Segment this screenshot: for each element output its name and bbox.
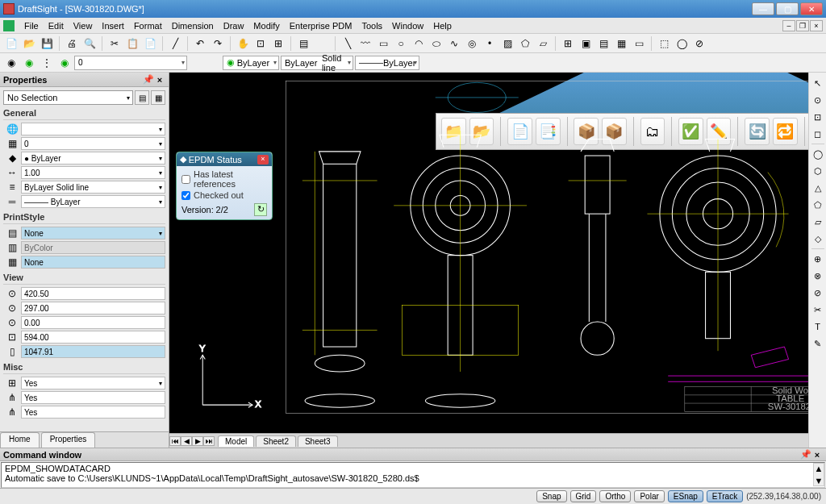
- prop-value[interactable]: 1.00: [21, 166, 165, 179]
- sheet-tab-sheet3[interactable]: Sheet3: [298, 435, 338, 447]
- draw-hatch-icon[interactable]: ▨: [499, 35, 515, 52]
- linetype-select[interactable]: ByLayer Solid line: [281, 56, 353, 70]
- status-grid[interactable]: Grid: [570, 490, 597, 502]
- prop-value[interactable]: 1047.91: [21, 345, 165, 358]
- mdi-restore[interactable]: ❐: [796, 20, 809, 31]
- maximize-button[interactable]: ▢: [776, 2, 799, 15]
- status-snap[interactable]: Snap: [536, 490, 566, 502]
- drawing-canvas[interactable]: 📁📂📄📑📦📦🗂✅✏️🔄🔁✖📋✖📋 ◆ EPDM Status× Has late…: [169, 73, 826, 433]
- right-tool-2[interactable]: ⊡: [811, 110, 825, 124]
- menu-modify[interactable]: Modify: [248, 19, 284, 32]
- redo-button[interactable]: ↷: [210, 35, 226, 52]
- right-tool-10[interactable]: ⊕: [811, 252, 825, 266]
- prop-value[interactable]: Yes: [21, 377, 165, 389]
- pin-icon[interactable]: 📌: [143, 74, 154, 85]
- draw-polyline-icon[interactable]: 〰: [357, 35, 373, 52]
- right-tool-6[interactable]: △: [811, 181, 825, 195]
- prop-value[interactable]: [21, 123, 165, 135]
- select-rect-icon[interactable]: ⬚: [656, 35, 672, 52]
- cut-button[interactable]: ✂: [106, 35, 123, 52]
- menu-help[interactable]: Help: [428, 19, 457, 32]
- epdm-status-close-icon[interactable]: ×: [257, 155, 269, 165]
- sheet-last-icon[interactable]: ⏭: [203, 436, 215, 446]
- draw-region-icon[interactable]: ▱: [535, 35, 551, 52]
- block-edit-icon[interactable]: ▤: [595, 35, 611, 52]
- prop-value[interactable]: Yes: [21, 406, 165, 419]
- quickselect-icon[interactable]: ▤: [135, 90, 149, 105]
- menu-view[interactable]: View: [69, 19, 98, 32]
- right-tool-5[interactable]: ⬡: [811, 164, 825, 178]
- right-tool-9[interactable]: ◇: [811, 231, 825, 246]
- right-tool-8[interactable]: ▱: [811, 215, 825, 229]
- right-tool-7[interactable]: ⬠: [811, 198, 825, 212]
- save-button[interactable]: 💾: [39, 35, 55, 52]
- paste-button[interactable]: 📄: [142, 35, 158, 52]
- draw-circle-icon[interactable]: ○: [393, 35, 409, 52]
- color-select[interactable]: ◉ ByLayer: [223, 56, 279, 70]
- layer-prev-icon[interactable]: ◉: [21, 55, 37, 71]
- status-esnap[interactable]: ESnap: [668, 490, 703, 502]
- layer-select[interactable]: 0: [74, 56, 187, 70]
- prop-value[interactable]: 0.00: [21, 316, 165, 329]
- table-icon[interactable]: ▦: [613, 35, 629, 52]
- prop-value[interactable]: 420.50: [21, 287, 165, 300]
- prop-value[interactable]: ● ByLayer: [21, 152, 165, 165]
- menu-tools[interactable]: Tools: [357, 19, 387, 32]
- draw-ellipse-icon[interactable]: ⬭: [428, 35, 444, 52]
- prop-value[interactable]: ——— ByLayer: [21, 195, 165, 208]
- draw-spline-icon[interactable]: ∿: [446, 35, 462, 52]
- tab-properties[interactable]: Properties: [41, 432, 96, 448]
- menu-window[interactable]: Window: [387, 19, 428, 32]
- menu-format[interactable]: Format: [129, 19, 167, 32]
- sheet-prev-icon[interactable]: ◀: [181, 436, 192, 446]
- panel-close-icon[interactable]: ×: [154, 75, 165, 85]
- cmd-scroll-up-icon[interactable]: ▲: [815, 464, 824, 473]
- prop-value[interactable]: 594.00: [21, 331, 165, 344]
- prop-value[interactable]: None: [21, 256, 165, 269]
- selection-dropdown[interactable]: No Selection: [3, 90, 133, 105]
- note-icon[interactable]: ▭: [631, 35, 647, 52]
- draw-rect-icon[interactable]: ▭: [375, 35, 391, 52]
- tab-home[interactable]: Home: [0, 432, 40, 448]
- prop-value[interactable]: ByLayer Solid line: [21, 181, 165, 194]
- properties-button[interactable]: ▤: [295, 35, 311, 52]
- right-tool-12[interactable]: ⊘: [811, 285, 825, 300]
- select-similar-icon[interactable]: ▦: [151, 90, 165, 105]
- copy-button[interactable]: 📋: [124, 35, 140, 52]
- deselect-icon[interactable]: ⊘: [691, 35, 707, 52]
- prop-value[interactable]: 0: [21, 137, 165, 150]
- status-polar[interactable]: Polar: [634, 490, 664, 502]
- checked-out-checkbox[interactable]: Checked out: [181, 190, 267, 200]
- right-tool-13[interactable]: ✂: [811, 302, 825, 317]
- prop-value[interactable]: None: [21, 227, 165, 240]
- menu-file[interactable]: File: [19, 19, 44, 32]
- preview-button[interactable]: 🔍: [81, 35, 98, 52]
- right-tool-14[interactable]: T: [811, 319, 825, 334]
- cmd-pin-icon[interactable]: 📌: [800, 449, 811, 460]
- draw-arc-icon[interactable]: ◠: [411, 35, 427, 52]
- right-tool-11[interactable]: ⊗: [811, 269, 825, 283]
- prop-value[interactable]: Yes: [21, 391, 165, 404]
- menu-dimension[interactable]: Dimension: [167, 19, 219, 32]
- mdi-close[interactable]: ×: [810, 20, 823, 31]
- block-insert-icon[interactable]: ⊞: [560, 35, 576, 52]
- open-button[interactable]: 📂: [21, 35, 37, 52]
- lineweight-select[interactable]: ——— ByLayer: [355, 56, 419, 70]
- draw-point-icon[interactable]: •: [482, 35, 498, 52]
- print-button[interactable]: 🖨: [64, 35, 80, 52]
- zoom-extents-button[interactable]: ⊞: [270, 35, 286, 52]
- epdm-status-dialog[interactable]: ◆ EPDM Status× Has latest references Che…: [176, 152, 273, 220]
- block-make-icon[interactable]: ▣: [578, 35, 594, 52]
- mdi-minimize[interactable]: –: [782, 20, 795, 31]
- line-button[interactable]: ╱: [167, 35, 183, 52]
- layer-iso-icon[interactable]: ⋮: [39, 55, 55, 71]
- sheet-first-icon[interactable]: ⏮: [169, 436, 181, 446]
- draw-donut-icon[interactable]: ◎: [464, 35, 480, 52]
- version-refresh-icon[interactable]: ↻: [254, 203, 267, 216]
- draw-line-icon[interactable]: ╲: [340, 35, 356, 52]
- right-tool-4[interactable]: ◯: [811, 147, 825, 161]
- menu-draw[interactable]: Draw: [219, 19, 249, 32]
- right-tool-1[interactable]: ⊙: [811, 93, 825, 107]
- right-tool-3[interactable]: ◻: [811, 127, 825, 141]
- menu-edit[interactable]: Edit: [44, 19, 69, 32]
